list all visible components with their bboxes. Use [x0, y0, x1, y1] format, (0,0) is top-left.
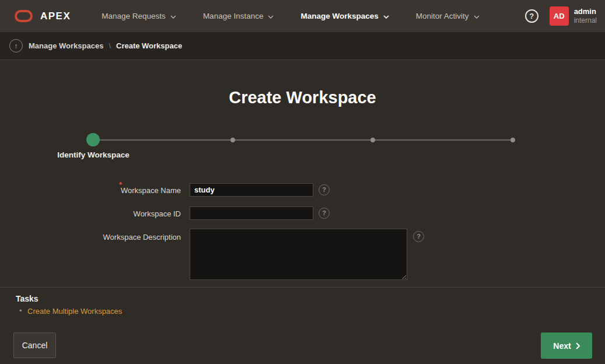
breadcrumb-separator: \ — [109, 41, 111, 50]
nav-monitor-activity-label: Monitor Activity — [416, 12, 469, 20]
next-button[interactable]: Next — [541, 332, 592, 359]
page-title: Create Workspace — [0, 88, 605, 107]
user-menu[interactable]: admin internal — [574, 7, 597, 25]
breadcrumb: ↑ Manage Workspaces \ Create Workspace — [0, 32, 605, 60]
workspace-name-help-icon[interactable]: ? — [319, 184, 330, 195]
nav-manage-requests[interactable]: Manage Requests — [88, 0, 190, 32]
workspace-id-help-icon[interactable]: ? — [319, 208, 330, 219]
tasks-divider — [0, 287, 605, 288]
tasks-heading: Tasks — [16, 294, 39, 303]
workspace-name-label: Workspace Name — [35, 186, 181, 195]
workspace-id-label: Workspace ID — [35, 209, 181, 218]
workspace-description-label: Workspace Description — [35, 233, 181, 242]
workspace-id-input[interactable] — [190, 206, 313, 220]
oracle-logo-icon[interactable] — [15, 10, 33, 22]
nav-manage-workspaces-label: Manage Workspaces — [300, 12, 378, 20]
create-multiple-workspaces-link[interactable]: Create Multiple Workspaces — [27, 307, 122, 316]
nav-manage-workspaces[interactable]: Manage Workspaces — [287, 0, 402, 32]
chevron-down-icon — [170, 15, 176, 19]
breadcrumb-parent[interactable]: Manage Workspaces — [29, 41, 103, 50]
breadcrumb-current: Create Workspace — [116, 41, 182, 50]
workspace-name-input[interactable] — [190, 183, 313, 197]
help-icon[interactable]: ? — [525, 9, 538, 23]
wizard-step-4-marker — [510, 138, 515, 142]
user-name: admin — [574, 7, 597, 16]
workspace-description-textarea[interactable] — [190, 229, 407, 280]
create-workspace-page: APEX Manage Requests Manage Instance Man… — [0, 0, 605, 364]
apex-brand[interactable]: APEX — [40, 10, 71, 22]
main-nav: Manage Requests Manage Instance Manage W… — [88, 0, 492, 32]
chevron-down-icon — [474, 15, 480, 19]
wizard-step-2-marker — [230, 138, 235, 142]
user-context: internal — [574, 16, 597, 25]
chevron-down-icon — [268, 15, 274, 19]
chevron-right-icon — [576, 342, 580, 349]
nav-manage-requests-label: Manage Requests — [102, 12, 166, 20]
user-avatar[interactable]: AD — [550, 6, 569, 26]
nav-manage-instance-label: Manage Instance — [203, 12, 264, 20]
bullet-icon: • — [19, 306, 22, 315]
chevron-down-icon — [383, 15, 389, 19]
up-arrow-icon[interactable]: ↑ — [9, 39, 23, 52]
top-navigation-bar: APEX Manage Requests Manage Instance Man… — [0, 0, 605, 32]
nav-manage-instance[interactable]: Manage Instance — [190, 0, 288, 32]
wizard-track — [93, 139, 513, 141]
nav-monitor-activity[interactable]: Monitor Activity — [403, 0, 493, 32]
next-button-label: Next — [553, 341, 571, 351]
wizard-step-1-marker — [86, 133, 100, 146]
cancel-button[interactable]: Cancel — [13, 332, 56, 358]
workspace-description-help-icon[interactable]: ? — [413, 231, 424, 242]
wizard-step-label: Identify Workspace — [23, 150, 163, 159]
wizard-step-3-marker — [370, 138, 375, 142]
